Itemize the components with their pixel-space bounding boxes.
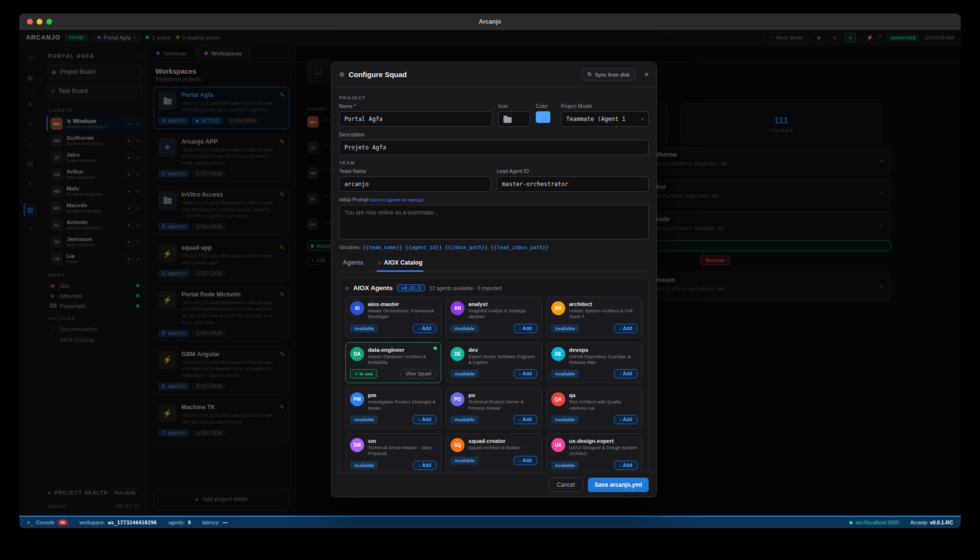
in-use-badge: ✓ In use <box>350 369 377 378</box>
modal-tabs: Agents ○ AIOX Catalog <box>339 255 649 272</box>
close-window-button[interactable] <box>27 19 33 25</box>
avatar: DE <box>551 347 565 361</box>
prompt-note: (sent to agents on startup) <box>370 197 423 202</box>
app-version: Arcanjo v0.0.1-RC <box>911 520 953 525</box>
add-agent-button[interactable]: ↓ Add <box>614 369 638 378</box>
avatar: DA <box>350 347 364 361</box>
color-label: Color <box>536 103 555 109</box>
aiox-catalog-panel: ○ AIOX Agents v4.31.1 12 agents availabl… <box>339 278 649 472</box>
add-agent-button[interactable]: ↓ Add <box>413 461 436 470</box>
add-agent-button[interactable]: ↓ Add <box>614 324 638 333</box>
variables-hint: Variables: {{team_name}} {{agent_id}} {{… <box>339 244 649 250</box>
available-badge: Available <box>551 415 579 424</box>
initial-prompt-textarea[interactable] <box>339 205 649 240</box>
catalog-agent-analyst: ANanalystInsightful Analyst & Strategic … <box>446 296 542 338</box>
avatar: SQ <box>450 438 464 452</box>
terminal-prompt-icon: >_ <box>27 520 33 525</box>
avatar: DE <box>450 347 464 361</box>
add-agent-button[interactable]: ↓ Add <box>514 369 537 378</box>
catalog-agent-sm: SMsmTechnical Scrum Master - Story Prepa… <box>345 433 441 472</box>
avatar: AR <box>551 301 565 315</box>
cancel-button[interactable]: Cancel <box>549 478 583 492</box>
catalog-agent-po: POpoTechnical Product Owner & Process St… <box>446 387 542 429</box>
initial-prompt-label: Initial Prompt (sent to agents on startu… <box>339 197 649 202</box>
icon-label: Icon <box>498 103 530 109</box>
catalog-agent-dev: DEdevExpert Senior Software Engineer & I… <box>446 342 542 384</box>
close-modal-icon[interactable]: × <box>644 70 649 79</box>
available-badge: Available <box>450 370 478 378</box>
team-section-label: TEAM <box>339 160 649 165</box>
catalog-agent-ux-design-expert: UXux-design-expertUX/UI Designer & Desig… <box>546 433 642 472</box>
sync-from-disk-button[interactable]: ↻ Sync from disk <box>582 68 635 80</box>
add-agent-button[interactable]: ↓ Add <box>614 415 638 424</box>
add-agent-button[interactable]: ↓ Add <box>514 324 537 333</box>
add-agent-button[interactable]: ↓ Add <box>514 456 537 465</box>
description-label: Description <box>339 132 649 137</box>
workspace-id: workspace: ws_1773246410296 <box>80 520 157 525</box>
modal-footer: Cancel Save arcanjo.yml <box>331 472 656 497</box>
add-agent-button[interactable]: ↓ Add <box>614 461 638 470</box>
avatar: UX <box>551 438 565 452</box>
color-swatch[interactable] <box>536 111 550 123</box>
avatar: AI <box>350 301 364 315</box>
catalog-agent-pm: PMpmInvestigative Product Strategist & M… <box>345 387 441 429</box>
console-toggle[interactable]: >_ Console 68 <box>27 520 68 525</box>
name-label: Name * <box>339 103 492 109</box>
latency: latency: — <box>202 520 228 525</box>
circle-icon: ○ <box>345 285 349 292</box>
tab-aiox-catalog[interactable]: ○ AIOX Catalog <box>377 255 423 272</box>
folder-icon <box>504 117 512 123</box>
modal-header: ⚙ Configure Squad ↻ Sync from disk × <box>331 62 656 87</box>
available-badge: Available <box>551 370 579 378</box>
avatar: AN <box>450 301 464 315</box>
catalog-version-badge: v4.31.1 <box>397 284 425 292</box>
icon-picker[interactable] <box>498 111 530 127</box>
modal-body: PROJECT Name * Icon Color <box>331 87 656 472</box>
titlebar: Arcanjo <box>19 13 961 30</box>
avatar: SM <box>350 438 364 452</box>
minimize-window-button[interactable] <box>37 19 42 25</box>
catalog-agent-devops: DEdevopsGitHub Repository Guardian & Rel… <box>546 342 642 384</box>
catalog-summary: 12 agents available · 0 imported <box>429 285 501 291</box>
available-badge: Available <box>350 415 378 424</box>
agents-count: agents: 9 <box>168 520 191 525</box>
in-use-dot-icon <box>434 347 437 350</box>
console-badge: 68 <box>57 520 68 525</box>
configure-squad-modal: ⚙ Configure Squad ↻ Sync from disk × PRO… <box>331 62 657 497</box>
description-input[interactable] <box>339 140 649 155</box>
available-badge: Available <box>450 324 478 333</box>
zoom-window-button[interactable] <box>46 19 52 25</box>
add-agent-button[interactable]: ↓ Add <box>413 324 436 333</box>
available-badge: Available <box>450 456 478 465</box>
variables-tokens: {{team_name}} {{agent_id}} {{inbox_path}… <box>363 244 549 250</box>
add-agent-button[interactable]: ↓ Add <box>413 415 436 424</box>
lead-agent-input[interactable] <box>497 176 649 192</box>
catalog-agent-data-engineer: DAdata-engineerMaster Database Architect… <box>345 342 441 384</box>
catalog-agent-architect: ARarchitectHolistic System Architect & F… <box>546 296 642 338</box>
view-squad-button[interactable]: View Squad <box>400 369 436 378</box>
available-badge: Available <box>350 461 378 469</box>
window-title: Arcanjo <box>19 13 961 30</box>
project-model-label: Project Model <box>561 103 649 109</box>
catalog-agent-aiox-master: AIaiox-masterMaster Orchestrator, Framew… <box>345 296 441 338</box>
available-badge: Available <box>450 415 478 424</box>
add-agent-button[interactable]: ↓ Add <box>514 415 537 424</box>
avatar: PM <box>350 392 364 406</box>
lead-agent-label: Lead Agent ID <box>497 168 649 174</box>
name-input[interactable] <box>339 111 492 127</box>
catalog-title: AIOX Agents <box>353 284 393 292</box>
catalog-agent-squad-creator: SQsquad-creatorSquad Architect & Builder… <box>446 433 542 472</box>
status-bar: >_ Console 68 workspace: ws_177324641029… <box>19 516 961 528</box>
project-section-label: PROJECT <box>339 95 649 100</box>
chevron-down-icon: ▾ <box>641 117 643 121</box>
tab-agents[interactable]: Agents <box>342 255 364 272</box>
sync-icon: ↻ <box>587 71 592 78</box>
socket-dot-icon <box>849 521 853 524</box>
available-badge: Available <box>551 324 579 333</box>
gear-icon: ⚙ <box>339 71 345 78</box>
avatar: QA <box>551 392 565 406</box>
team-name-input[interactable] <box>339 176 491 192</box>
project-model-select[interactable]: Teammate (Agent 1 ▾ <box>561 111 649 127</box>
circle-icon: ○ <box>378 260 381 266</box>
save-button[interactable]: Save arcanjo.yml <box>588 478 649 492</box>
